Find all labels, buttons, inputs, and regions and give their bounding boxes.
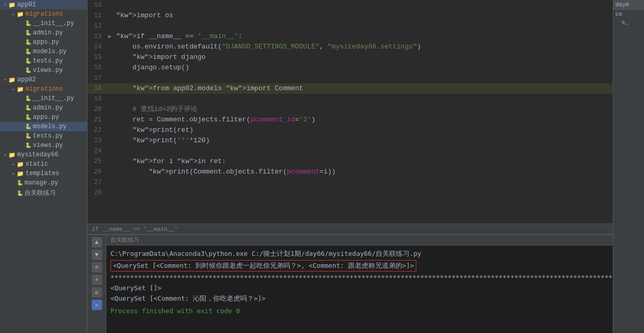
code-line-23: 23 "kw">print('*'*120) xyxy=(88,135,613,146)
sidebar-item-自关联练习[interactable]: 🐍自关联练习 xyxy=(0,188,87,199)
add-btn[interactable]: + xyxy=(92,275,102,285)
py-file-icon: 🐍 xyxy=(25,67,31,73)
sidebar-item-apps.py[interactable]: 🐍apps.py xyxy=(0,113,87,122)
line-number: 23 xyxy=(88,135,106,146)
run-indicator xyxy=(106,104,114,115)
filter-btn[interactable]: ⊘ xyxy=(92,287,102,298)
sidebar-item-app02[interactable]: ▾📁app02 xyxy=(0,75,87,84)
code-line-19: 19 xyxy=(88,94,613,104)
terminal-exit-status: Process finished with exit code 0 xyxy=(110,306,609,316)
run-indicator xyxy=(106,167,114,177)
folder-icon: 📁 xyxy=(17,86,24,93)
sidebar-item-tests.py[interactable]: 🐍tests.py xyxy=(0,56,87,66)
sidebar-item-models.py[interactable]: 🐍models.py xyxy=(0,47,87,56)
line-number: 10 xyxy=(88,0,106,10)
code-content: ret = Comment.objects.filter(pcomment_id… xyxy=(114,115,613,125)
run-indicator xyxy=(106,63,114,73)
py-file-icon: 🐍 xyxy=(17,180,23,186)
sidebar-item-label: admin.py xyxy=(33,29,63,36)
code-content: # 查找id=2的子评论 xyxy=(114,104,613,115)
sidebar-item-models.py[interactable]: 🐍models.py xyxy=(0,122,87,131)
py-file-icon: 🐍 xyxy=(25,95,31,102)
sidebar-item-label: migrations xyxy=(26,85,63,93)
terminal-toolbar: ▲ ▼ ≡ + ⊘ ✕ xyxy=(88,235,106,333)
folder-expand-icon: ▸ xyxy=(10,162,17,167)
folder-expand-icon: ▸ xyxy=(10,87,17,92)
sidebar-item-label: templates xyxy=(26,170,59,177)
py-file-icon: 🐍 xyxy=(25,30,31,36)
code-content: "kw">for i "kw">in ret: xyxy=(114,156,613,167)
scroll-down-btn[interactable]: ▼ xyxy=(92,250,102,260)
sidebar-item-mysiteday66[interactable]: ▾📁mysiteday66 xyxy=(0,150,87,159)
sidebar-item-label: tests.py xyxy=(33,57,63,65)
folder-icon: 📁 xyxy=(17,11,24,18)
sidebar-item-apps.py[interactable]: 🐍apps.py xyxy=(0,38,87,47)
sidebar-item-migrations[interactable]: ▸📁migrations xyxy=(0,9,87,19)
folder-icon: 📁 xyxy=(17,170,24,177)
sidebar-item-manage.py[interactable]: 🐍manage.py xyxy=(0,178,87,188)
terminal-output-line: <QuerySet []> xyxy=(110,283,609,293)
terminal-content: C:\ProgramData\Anaconda3\python.exe C:/骑… xyxy=(106,245,613,333)
code-line-15: 15 "kw">import django xyxy=(88,52,613,63)
line-number: 14 xyxy=(88,42,106,52)
folder-icon: 📁 xyxy=(8,2,16,8)
sidebar-item-admin.py[interactable]: 🐍admin.py xyxy=(0,103,87,113)
run-indicator xyxy=(106,177,114,188)
sidebar-item-views.py[interactable]: 🐍views.py xyxy=(0,66,87,75)
code-line-17: 17 xyxy=(88,73,613,83)
py-file-icon: 🐍 xyxy=(25,124,31,130)
code-content: "kw">if __name__ == '__main__': xyxy=(114,31,613,42)
code-line-16: 16 django.setup() xyxy=(88,63,613,73)
py-file-icon: 🐍 xyxy=(25,48,31,55)
right-panel-item[interactable]: s_ xyxy=(613,18,644,27)
line-number: 13 xyxy=(88,31,106,42)
wrap-btn[interactable]: ≡ xyxy=(92,262,102,273)
code-content xyxy=(114,177,613,188)
sidebar-item-label: app01 xyxy=(17,1,36,8)
code-line-14: 14 os.environ.setdefault("DJANGO_SETTING… xyxy=(88,42,613,52)
sidebar-item-views.py[interactable]: 🐍views.py xyxy=(0,141,87,150)
line-number: 18 xyxy=(88,83,106,94)
sidebar-item-tests.py[interactable]: 🐍tests.py xyxy=(0,131,87,141)
py-file-icon: 🐍 xyxy=(25,142,31,149)
sidebar-item-app01[interactable]: ▾📁app01 xyxy=(0,0,87,9)
code-line-21: 21 ret = Comment.objects.filter(pcomment… xyxy=(88,115,613,125)
py-file-icon: 🐍 xyxy=(25,105,31,111)
right-panel-header: day6 xyxy=(613,0,644,10)
sidebar-item-static[interactable]: ▸📁static xyxy=(0,159,87,169)
sidebar-item-__init__.py[interactable]: 🐍__init__.py xyxy=(0,94,87,103)
close-btn[interactable]: ✕ xyxy=(92,300,102,310)
folder-expand-icon: ▾ xyxy=(2,152,8,158)
code-line-13: 13▶"kw">if __name__ == '__main__': xyxy=(88,31,613,42)
line-number: 20 xyxy=(88,104,106,115)
folder-expand-icon: ▾ xyxy=(2,2,8,8)
run-indicator xyxy=(106,135,114,146)
editor-main: 1011"kw">import os1213▶"kw">if __name__ … xyxy=(88,0,613,333)
code-line-28: 28 xyxy=(88,188,613,198)
code-content: "kw">import os xyxy=(114,10,613,21)
sidebar-item-label: static xyxy=(26,161,48,168)
line-number: 22 xyxy=(88,125,106,135)
code-line-18: 18 "kw">from app02.models "kw">import Co… xyxy=(88,83,613,94)
code-line-24: 24 xyxy=(88,146,613,156)
run-indicator: ▶ xyxy=(106,31,114,42)
code-content: "kw">print('*'*120) xyxy=(114,135,613,146)
code-content xyxy=(114,146,613,156)
sidebar-item-__init__.py[interactable]: 🐍__init__.py xyxy=(0,19,87,28)
line-number: 25 xyxy=(88,156,106,167)
sidebar-item-admin.py[interactable]: 🐍admin.py xyxy=(0,28,87,38)
code-line-22: 22 "kw">print(ret) xyxy=(88,125,613,135)
run-indicator xyxy=(106,146,114,156)
sidebar-item-templates[interactable]: ▸📁templates xyxy=(0,169,87,178)
sidebar-item-migrations[interactable]: ▸📁migrations xyxy=(0,84,87,94)
folder-icon: 📁 xyxy=(17,161,24,168)
scroll-up-btn[interactable]: ▲ xyxy=(92,237,102,248)
right-panel-item[interactable]: co xyxy=(613,10,644,18)
sidebar-item-label: views.py xyxy=(33,67,63,74)
sidebar-item-label: __init__.py xyxy=(33,20,74,27)
code-line-12: 12 xyxy=(88,21,613,31)
sidebar-item-label: tests.py xyxy=(33,132,63,140)
run-indicator xyxy=(106,125,114,135)
code-area: 1011"kw">import os1213▶"kw">if __name__ … xyxy=(88,0,613,234)
code-content: "kw">import django xyxy=(114,52,613,63)
